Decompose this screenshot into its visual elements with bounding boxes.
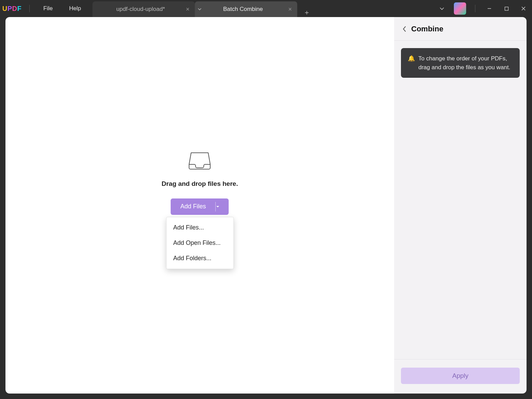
- logo-letter-p: P: [8, 5, 12, 13]
- tab-label: Batch Combine: [203, 6, 283, 13]
- new-tab-button[interactable]: ＋: [300, 8, 314, 17]
- caret-down-icon[interactable]: [216, 205, 229, 209]
- sidebar-title: Combine: [411, 25, 443, 33]
- reorder-tip: 🔔 To change the order of your PDFs, drag…: [401, 48, 520, 78]
- window-close-button[interactable]: [515, 0, 532, 17]
- divider: [29, 5, 30, 12]
- dropdown-item-add-open-files[interactable]: Add Open Files...: [167, 235, 233, 251]
- reorder-tip-text: To change the order of your PDFs, drag a…: [418, 54, 513, 72]
- dropdown-item-add-files[interactable]: Add Files...: [167, 220, 233, 235]
- logo-letter-u: U: [2, 5, 8, 13]
- right-sidebar: Combine 🔔 To change the order of your PD…: [394, 17, 527, 394]
- chevron-down-icon[interactable]: [198, 7, 202, 11]
- tab-updf-cloud-upload[interactable]: updf-cloud-upload* ×: [92, 1, 195, 17]
- tab-label: updf-cloud-upload*: [101, 6, 180, 13]
- main-drop-area[interactable]: Drag and drop files here. Add Files Add …: [5, 17, 394, 394]
- menu-help[interactable]: Help: [61, 5, 89, 12]
- close-icon[interactable]: ×: [181, 6, 190, 13]
- dropzone-content: Drag and drop files here. Add Files: [162, 151, 238, 215]
- recent-files-dropdown[interactable]: [433, 0, 450, 17]
- divider: [475, 5, 475, 12]
- add-files-dropdown: Add Files... Add Open Files... Add Folde…: [166, 217, 234, 269]
- document-tabs: updf-cloud-upload* × Batch Combine × ＋: [92, 0, 314, 17]
- add-files-button-label: Add Files: [171, 203, 215, 210]
- inbox-tray-icon: [188, 151, 211, 171]
- apply-button[interactable]: Apply: [401, 368, 520, 384]
- close-icon[interactable]: ×: [283, 6, 292, 13]
- bell-icon: 🔔: [408, 54, 415, 72]
- user-avatar[interactable]: [454, 2, 466, 15]
- dropzone-caption: Drag and drop files here.: [162, 180, 238, 188]
- app-logo: UPDF: [0, 5, 24, 13]
- logo-letter-d: D: [12, 5, 17, 13]
- window-minimize-button[interactable]: [481, 0, 498, 17]
- dropdown-item-add-folders[interactable]: Add Folders...: [167, 251, 233, 266]
- menu-file[interactable]: File: [35, 5, 61, 12]
- logo-letter-f: F: [17, 5, 22, 13]
- add-files-button[interactable]: Add Files: [171, 198, 229, 215]
- svg-rect-0: [505, 7, 508, 10]
- window-maximize-button[interactable]: [498, 0, 515, 17]
- tab-batch-combine[interactable]: Batch Combine ×: [195, 1, 297, 17]
- back-icon[interactable]: [402, 26, 406, 32]
